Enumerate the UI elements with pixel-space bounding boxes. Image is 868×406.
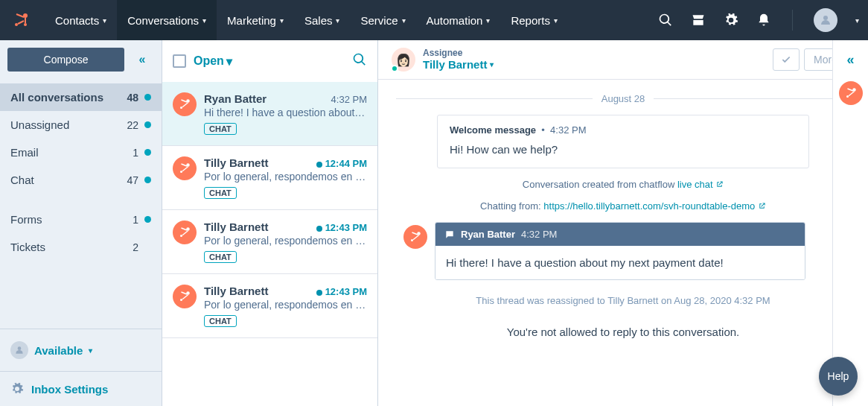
reassignment-notice: This thread was reassigned to Tilly Barn… bbox=[396, 291, 850, 311]
external-link-icon bbox=[758, 202, 766, 210]
conversation-item[interactable]: Tilly Barnett12:43 PM Por lo general, re… bbox=[162, 274, 377, 338]
welcome-title: Welcome message bbox=[450, 124, 536, 136]
compose-button[interactable]: Compose bbox=[7, 48, 124, 72]
mark-done-button[interactable] bbox=[773, 48, 800, 71]
search-icon[interactable] bbox=[658, 13, 673, 28]
sidebar-count: 1 bbox=[133, 147, 138, 159]
settings-icon[interactable] bbox=[724, 13, 738, 28]
nav-label: Service bbox=[360, 14, 398, 27]
chevron-down-icon[interactable]: ▾ bbox=[855, 16, 859, 25]
welcome-body: Hi! How can we help? bbox=[438, 136, 808, 168]
filter-label: Open bbox=[194, 54, 224, 68]
nav-conversations[interactable]: Conversations▾ bbox=[117, 0, 217, 40]
nav-contacts[interactable]: Contacts▾ bbox=[45, 0, 117, 40]
sidebar-label: Tickets bbox=[10, 241, 133, 253]
status-filter[interactable]: Open ▾ bbox=[194, 54, 232, 69]
nav-marketing[interactable]: Marketing▾ bbox=[217, 0, 294, 40]
svg-point-10 bbox=[180, 235, 182, 237]
nav-sales[interactable]: Sales▾ bbox=[294, 0, 351, 40]
conversation-list: Open ▾ Ryan Batter4:32 PM Hi there! I ha… bbox=[162, 40, 378, 406]
welcome-message-card: Welcome message • 4:32 PM Hi! How can we… bbox=[437, 115, 809, 168]
unread-dot-icon bbox=[316, 290, 322, 296]
sidebar-label: Unassigned bbox=[10, 118, 127, 131]
unread-dot-icon bbox=[316, 226, 322, 232]
caret-down-icon: ▾ bbox=[226, 54, 232, 69]
expand-right-sidebar-button[interactable]: « bbox=[846, 52, 854, 68]
contact-avatar-icon bbox=[173, 92, 197, 116]
chatflow-link[interactable]: live chat bbox=[677, 179, 724, 190]
sidebar-label: Chat bbox=[10, 174, 127, 186]
nav-items: Contacts▾ Conversations▾ Marketing▾ Sale… bbox=[45, 0, 568, 40]
chevron-down-icon: ▾ bbox=[486, 16, 490, 25]
nav-label: Automation bbox=[427, 14, 483, 27]
svg-point-1 bbox=[15, 23, 18, 26]
search-button[interactable] bbox=[352, 52, 367, 70]
conv-preview: Por lo general, respondemos en u… bbox=[204, 235, 367, 247]
marketplace-icon[interactable] bbox=[691, 13, 706, 28]
contact-name: Ryan Batter bbox=[204, 92, 267, 105]
external-link-icon bbox=[715, 180, 724, 188]
sidebar-item-chat[interactable]: Chat 47 bbox=[0, 166, 162, 194]
sidebar-item-all[interactable]: All conversations 48 bbox=[0, 83, 162, 111]
chevron-down-icon: ▾ bbox=[89, 346, 92, 355]
availability-label: Available bbox=[34, 344, 83, 357]
conversation-item[interactable]: Tilly Barnett12:43 PM Por lo general, re… bbox=[162, 210, 377, 274]
inbox-settings-label: Inbox Settings bbox=[31, 383, 108, 396]
user-avatar-icon bbox=[10, 341, 28, 359]
chevron-down-icon: ▾ bbox=[280, 16, 284, 25]
nav-label: Conversations bbox=[127, 14, 199, 27]
help-label: Help bbox=[828, 370, 849, 382]
inbox-sidebar: Compose « All conversations 48 Unassigne… bbox=[0, 40, 162, 406]
svg-point-6 bbox=[180, 107, 182, 109]
unread-dot-icon bbox=[144, 149, 151, 156]
contact-name: Tilly Barnett bbox=[204, 221, 268, 233]
sidebar-item-tickets[interactable]: Tickets 2 bbox=[0, 233, 162, 261]
contact-record-button[interactable] bbox=[839, 81, 863, 105]
thread-pane: 👩🏻 Assignee Tilly Barnett▾ More▾ August … bbox=[378, 40, 868, 406]
svg-point-3 bbox=[823, 16, 828, 20]
sidebar-count: 47 bbox=[127, 174, 138, 186]
nav-separator bbox=[792, 10, 793, 31]
svg-point-12 bbox=[180, 299, 182, 301]
sidebar-count: 22 bbox=[127, 119, 138, 131]
assignee-avatar: 👩🏻 bbox=[392, 48, 415, 72]
nav-label: Contacts bbox=[55, 14, 99, 27]
chat-message: Ryan Batter 4:32 PM Hi there! I have a q… bbox=[435, 222, 805, 280]
welcome-time: 4:32 PM bbox=[550, 124, 586, 136]
gear-icon bbox=[10, 382, 24, 396]
unread-dot-icon bbox=[144, 177, 151, 183]
sidebar-label: Forms bbox=[10, 213, 133, 226]
nav-service[interactable]: Service▾ bbox=[350, 0, 415, 40]
sidebar-item-forms[interactable]: Forms 1 bbox=[0, 206, 162, 233]
sidebar-item-unassigned[interactable]: Unassigned 22 bbox=[0, 111, 162, 139]
channel-tag: CHAT bbox=[204, 251, 237, 263]
collapse-sidebar-button[interactable]: « bbox=[130, 48, 154, 72]
hubspot-logo[interactable] bbox=[9, 8, 33, 32]
chevron-down-icon: ▾ bbox=[554, 16, 558, 25]
nav-label: Marketing bbox=[227, 14, 276, 27]
channel-tag: CHAT bbox=[204, 315, 237, 327]
nav-right: ▾ bbox=[658, 8, 859, 32]
sidebar-item-email[interactable]: Email 1 bbox=[0, 139, 162, 166]
contact-name: Tilly Barnett bbox=[204, 156, 268, 169]
chatting-from: Chatting from: https://hello.tillybarnet… bbox=[396, 200, 850, 212]
select-all-checkbox[interactable] bbox=[173, 54, 186, 68]
assignee-picker[interactable]: Tilly Barnett▾ bbox=[423, 58, 494, 72]
contact-avatar-icon bbox=[173, 156, 197, 180]
help-button[interactable]: Help bbox=[819, 357, 858, 396]
availability-toggle[interactable]: Available ▾ bbox=[0, 329, 162, 371]
sidebar-label: All conversations bbox=[10, 91, 127, 104]
nav-automation[interactable]: Automation▾ bbox=[416, 0, 501, 40]
source-url-link[interactable]: https://hello.tillybarnett.com/svh-round… bbox=[543, 200, 766, 212]
nav-reports[interactable]: Reports▾ bbox=[500, 0, 568, 40]
message-time: 4:32 PM bbox=[521, 229, 557, 240]
conversation-item[interactable]: Tilly Barnett12:44 PM Por lo general, re… bbox=[162, 146, 377, 210]
sender-avatar-icon bbox=[403, 225, 427, 249]
account-avatar[interactable] bbox=[814, 8, 837, 32]
notifications-icon[interactable] bbox=[756, 13, 771, 28]
chevron-down-icon: ▾ bbox=[490, 60, 494, 69]
unread-dot-icon bbox=[144, 121, 151, 128]
sidebar-count: 1 bbox=[133, 214, 138, 226]
inbox-settings-link[interactable]: Inbox Settings bbox=[0, 371, 162, 406]
conversation-item[interactable]: Ryan Batter4:32 PM Hi there! I have a qu… bbox=[162, 82, 377, 146]
